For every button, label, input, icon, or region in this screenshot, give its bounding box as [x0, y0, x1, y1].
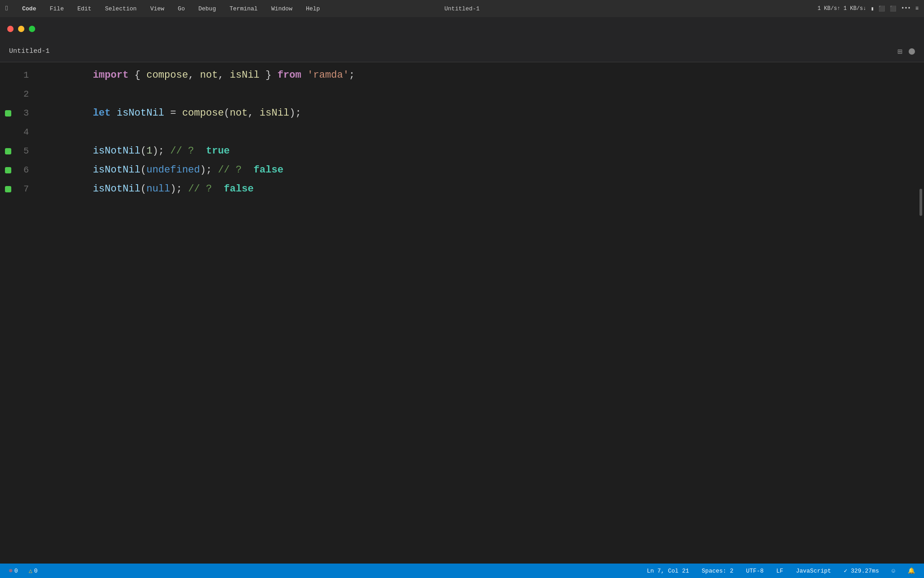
line-number-2: 2: [16, 85, 40, 104]
bell-icon: 🔔: [908, 567, 915, 574]
line-ending-label: LF: [776, 568, 784, 574]
feedback-icon: ☺: [892, 568, 895, 574]
encoding-label: UTF-8: [746, 568, 764, 574]
encoding[interactable]: UTF-8: [744, 568, 766, 574]
code-line-3: 3 let isNotNil = compose(not, isNil);: [0, 104, 918, 123]
warning-count-label: 0: [34, 568, 37, 574]
traffic-lights-bar: [0, 17, 924, 41]
line-number-5: 5: [16, 142, 40, 161]
scrollbar-thumb[interactable]: [919, 189, 922, 216]
smiley-icon[interactable]: ☺: [890, 568, 897, 574]
menu-extra-icon: •••: [901, 5, 911, 12]
network-indicator: 1 KB/s↑ 1 KB/s↓: [818, 5, 866, 12]
code-container[interactable]: 1 import { compose, not, isNil } from 'r…: [0, 62, 918, 564]
language-label: JavaScript: [796, 568, 831, 574]
breakpoint-dot-3[interactable]: [5, 110, 11, 117]
wifi-icon: ⬛: [878, 5, 885, 12]
menu-bar:  Code File Edit Selection View Go Debug…: [0, 0, 924, 17]
menu-item-code[interactable]: Code: [19, 5, 39, 13]
battery-icon: ▮: [871, 5, 874, 12]
apple-logo: : [5, 5, 9, 13]
error-icon: ⊗: [9, 567, 13, 574]
gutter-5: [0, 148, 16, 154]
indent-settings[interactable]: Spaces: 2: [700, 568, 735, 574]
line-ending[interactable]: LF: [775, 568, 785, 574]
line-number-6: 6: [16, 161, 40, 180]
minimize-button[interactable]: [18, 26, 24, 32]
gutter-6: [0, 167, 16, 173]
control-center-icon: ≡: [915, 5, 919, 12]
line-number-3: 3: [16, 104, 40, 123]
menu-item-edit[interactable]: Edit: [74, 5, 94, 13]
status-bar: ⊗ 0 △ 0 Ln 7, Col 21 Spaces: 2 UTF-8 LF …: [0, 564, 924, 578]
menu-right-icons: 1 KB/s↑ 1 KB/s↓ ▮ ⬛ ⬛ ••• ≡: [818, 5, 919, 12]
breakpoint-dot-5[interactable]: [5, 148, 11, 154]
scrollbar-track[interactable]: [918, 62, 924, 564]
gutter-3: [0, 110, 16, 117]
breakpoint-dot-6[interactable]: [5, 167, 11, 173]
keyword-import: import: [93, 70, 129, 81]
menu-item-debug[interactable]: Debug: [196, 5, 219, 13]
status-right: Ln 7, Col 21 Spaces: 2 UTF-8 LF JavaScri…: [645, 567, 917, 574]
code-content-7: isNotNil(null); // ? false: [40, 161, 918, 218]
gutter-7: [0, 186, 16, 192]
line-number-1: 1: [16, 66, 40, 85]
timing-info[interactable]: ✓ 329.27ms: [842, 567, 881, 574]
editor-tab-title[interactable]: Untitled-1: [9, 47, 50, 55]
editor-header: Untitled-1 ⊞: [0, 41, 924, 62]
warning-count[interactable]: △ 0: [27, 567, 40, 574]
warning-icon: △: [29, 567, 32, 574]
status-left: ⊗ 0 △ 0: [7, 567, 39, 574]
indent-label: Spaces: 2: [702, 568, 733, 574]
code-line-7: 7 isNotNil(null); // ? false: [0, 180, 918, 199]
window-title: Untitled-1: [444, 5, 480, 12]
menu-item-terminal[interactable]: Terminal: [227, 5, 260, 13]
code-line-1: 1 import { compose, not, isNil } from 'r…: [0, 66, 918, 85]
menu-item-go[interactable]: Go: [175, 5, 188, 13]
split-editor-icon[interactable]: ⊞: [897, 47, 902, 56]
line-number-7: 7: [16, 180, 40, 199]
language-mode[interactable]: JavaScript: [794, 568, 833, 574]
line-number-4: 4: [16, 123, 40, 142]
menu-item-help[interactable]: Help: [303, 5, 323, 13]
menu-item-window[interactable]: Window: [268, 5, 295, 13]
bluetooth-icon: ⬛: [890, 5, 896, 12]
editor-area: 1 import { compose, not, isNil } from 'r…: [0, 62, 924, 564]
cursor-position-label: Ln 7, Col 21: [647, 568, 689, 574]
dot-icon: [909, 48, 915, 55]
editor-header-right: ⊞: [897, 47, 915, 56]
error-count[interactable]: ⊗ 0: [7, 567, 20, 574]
timing-label: ✓ 329.27ms: [844, 567, 879, 574]
close-button[interactable]: [7, 26, 14, 32]
cursor-position[interactable]: Ln 7, Col 21: [645, 568, 691, 574]
notification-icon[interactable]: 🔔: [906, 567, 917, 574]
error-count-label: 0: [14, 568, 18, 574]
breakpoint-dot-7[interactable]: [5, 186, 11, 192]
menu-item-selection[interactable]: Selection: [102, 5, 139, 13]
menu-item-view[interactable]: View: [148, 5, 167, 13]
maximize-button[interactable]: [29, 26, 35, 32]
menu-item-file[interactable]: File: [47, 5, 66, 13]
